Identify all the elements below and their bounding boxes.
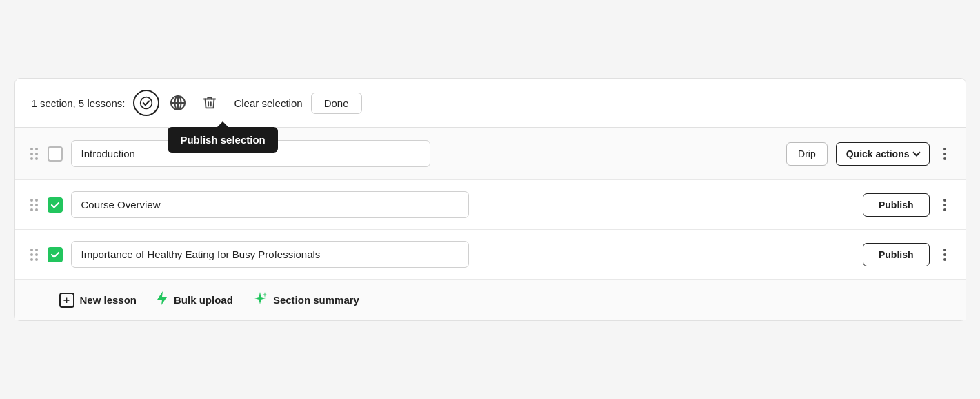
toolbar-icon-group: Publish selection (133, 90, 223, 116)
lesson-more-button[interactable] (938, 196, 952, 214)
lesson-more-button[interactable] (938, 246, 952, 264)
new-lesson-action[interactable]: + New lesson (59, 293, 137, 308)
quick-actions-button[interactable]: Quick actions (836, 142, 930, 166)
course-content: Drip Quick actions (15, 128, 966, 320)
clear-selection-link[interactable]: Clear selection (234, 97, 302, 109)
publish-button[interactable]: Publish (863, 243, 930, 266)
bulk-upload-action[interactable]: Bulk upload (156, 291, 233, 309)
section-checkbox[interactable] (48, 146, 63, 162)
svg-marker-5 (157, 291, 167, 305)
section-header-row: Drip Quick actions (15, 128, 966, 180)
lesson-drag-handle[interactable] (29, 247, 39, 262)
publish-label: Publish (879, 249, 914, 260)
lesson-title-input[interactable] (71, 191, 469, 218)
publish-selection-tooltip: Publish selection (168, 127, 277, 153)
lessons-list: Publish (15, 180, 966, 279)
lesson-row: Publish (15, 180, 966, 230)
chevron-down-icon (912, 148, 920, 156)
quick-actions-label: Quick actions (846, 148, 910, 159)
publish-button[interactable]: Publish (863, 193, 930, 217)
lesson-row: Publish (15, 230, 966, 279)
tooltip-text: Publish selection (180, 134, 265, 146)
new-lesson-label: New lesson (80, 294, 137, 306)
lesson-title-input[interactable] (71, 241, 469, 268)
selection-count-label: 1 section, 5 lessons: (32, 97, 126, 109)
lesson-checkbox-checked[interactable] (48, 247, 63, 262)
globe-button[interactable] (165, 90, 191, 116)
lesson-drag-handle[interactable] (29, 197, 39, 213)
section-summary-label: Section summary (273, 294, 359, 306)
done-button[interactable]: Done (311, 93, 362, 114)
publish-icon-wrapper: Publish selection (133, 90, 159, 116)
section-more-button[interactable] (938, 145, 952, 163)
selection-toolbar: 1 section, 5 lessons: Publish selection (15, 79, 966, 128)
footer-actions-row: + New lesson Bulk upload (15, 279, 966, 320)
sparkle-icon (252, 291, 268, 309)
publish-selection-button[interactable] (133, 90, 159, 116)
section-summary-action[interactable]: Section summary (252, 291, 359, 309)
lesson-checkbox-checked[interactable] (48, 197, 63, 213)
bulk-upload-label: Bulk upload (174, 294, 233, 306)
publish-label: Publish (879, 200, 914, 211)
svg-point-0 (141, 97, 152, 109)
plus-icon: + (59, 293, 74, 308)
main-container: 1 section, 5 lessons: Publish selection (14, 78, 966, 321)
drip-button[interactable]: Drip (786, 142, 828, 166)
section-drag-handle[interactable] (29, 146, 39, 162)
delete-button[interactable] (197, 90, 223, 116)
bolt-icon (156, 291, 168, 309)
